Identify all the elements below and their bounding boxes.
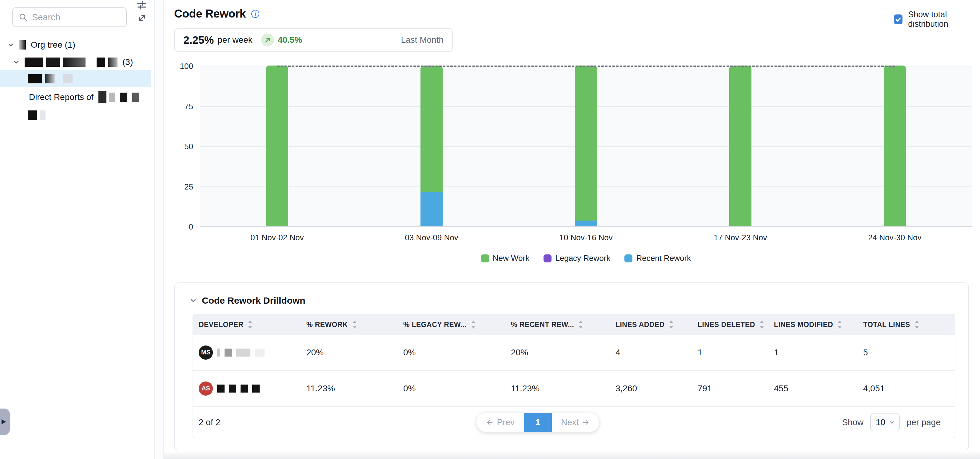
table-cell: 1 — [774, 347, 863, 357]
sort-icon[interactable] — [759, 320, 764, 329]
prev-button[interactable]: Prev — [476, 413, 524, 432]
bar-10 Nov-16 Nov[interactable] — [509, 66, 663, 226]
tree-item-label: Org tree (1) — [31, 40, 75, 50]
table-row[interactable]: MS20%0%20%4115 — [193, 335, 955, 371]
avatar: AS — [199, 381, 213, 395]
legend-label: New Work — [493, 253, 529, 263]
legend-swatch — [544, 254, 552, 262]
sort-icon[interactable] — [915, 320, 920, 329]
sort-icon[interactable] — [352, 320, 357, 329]
tree-item-team[interactable]: (3) — [13, 55, 133, 69]
sidebar-scroll-gutter — [156, 0, 164, 459]
page-size-select[interactable]: 10 — [870, 413, 900, 431]
filter-icon[interactable] — [137, 0, 147, 10]
legend-item-recent-rework[interactable]: Recent Rework — [624, 253, 691, 263]
page-size-control: Show 10 per page — [842, 413, 941, 431]
column-label: LINES DELETED — [698, 320, 755, 329]
column-label: % LEGACY REW... — [403, 320, 467, 329]
stat-unit: per week — [218, 35, 253, 45]
reference-line-100 — [277, 65, 895, 67]
expand-panel-icon[interactable] — [135, 11, 149, 25]
rework-chart: 0255075100 01 Nov-02 Nov03 Nov-09 Nov10 … — [174, 66, 972, 263]
next-button[interactable]: Next — [552, 413, 600, 432]
tree-item-user[interactable] — [28, 108, 46, 123]
sort-icon[interactable] — [578, 320, 583, 329]
checkbox-checked-icon[interactable] — [894, 14, 902, 24]
redacted-name — [25, 57, 118, 67]
chart-legend: New WorkLegacy ReworkRecent Rework — [200, 253, 972, 263]
column-header-rework[interactable]: % REWORK — [306, 320, 403, 329]
developer-cell: MS — [199, 346, 306, 360]
sort-icon[interactable] — [471, 320, 476, 329]
bar-segment-new-work[interactable] — [266, 65, 288, 226]
column-label: % RECENT REW... — [511, 320, 574, 329]
search-input[interactable] — [32, 12, 121, 22]
legend-swatch — [624, 254, 632, 262]
chart-plot[interactable] — [200, 66, 972, 227]
bar-24 Nov-30 Nov[interactable] — [818, 66, 972, 226]
stat-period: Last Month — [401, 35, 444, 45]
legend-item-new-work[interactable]: New Work — [481, 253, 529, 263]
column-header-total-lines[interactable]: TOTAL LINES — [863, 320, 955, 329]
chevron-down-icon[interactable] — [7, 41, 14, 48]
bottom-scroll-fade — [164, 451, 980, 459]
chevron-down-icon — [889, 420, 894, 425]
tree-item-org-root[interactable]: Org tree (1) — [7, 38, 75, 52]
bar-03 Nov-09 Nov[interactable] — [354, 66, 509, 226]
table-footer: 2 of 2 Prev 1 Next Show 10 per page — [193, 407, 955, 438]
page-1-button[interactable]: 1 — [524, 413, 552, 432]
sort-icon[interactable] — [837, 320, 842, 329]
column-header-lines-added[interactable]: LINES ADDED — [616, 320, 698, 329]
panel-collapse-handle[interactable] — [0, 408, 10, 435]
stat-delta: 40.5% — [278, 35, 302, 45]
y-tick-label: 0 — [189, 222, 193, 232]
bar-17 Nov-23 Nov[interactable] — [663, 66, 818, 226]
column-header-lines-modified[interactable]: LINES MODIFIED — [774, 320, 863, 329]
bar-segment-new-work[interactable] — [420, 65, 442, 192]
column-label: LINES MODIFIED — [774, 320, 833, 329]
redacted-name — [252, 384, 259, 392]
tree-item-label: Direct Reports of — [29, 92, 94, 102]
trend-up-icon — [261, 33, 274, 46]
sort-icon[interactable] — [669, 320, 674, 329]
search-box[interactable] — [12, 7, 127, 27]
chevron-down-icon[interactable] — [13, 59, 20, 65]
column-label: % REWORK — [306, 320, 348, 329]
column-header-legacy-rework[interactable]: % LEGACY REW... — [403, 320, 511, 329]
legend-item-legacy-rework[interactable]: Legacy Rework — [544, 253, 610, 263]
bar-01 Nov-02 Nov[interactable] — [200, 66, 354, 226]
bar-segment-recent-rework[interactable] — [420, 192, 442, 226]
play-icon — [0, 418, 7, 426]
y-tick-label: 50 — [184, 142, 193, 151]
drilldown-title: Code Rework Drilldown — [202, 295, 305, 306]
table-row[interactable]: AS11.23%0%11.23%3,2607914554,051 — [193, 371, 955, 407]
column-header-developer[interactable]: DEVELOPER — [199, 320, 306, 329]
pagination: Prev 1 Next — [476, 413, 599, 432]
legend-swatch — [481, 254, 489, 262]
toggle-label: Show total distribution — [908, 10, 980, 29]
stats-card: 2.25% per week 40.5% Last Month — [174, 28, 453, 52]
bar-segment-new-work[interactable] — [575, 65, 597, 221]
tree-item-selected[interactable] — [0, 70, 151, 88]
bar-segment-recent-rework[interactable] — [575, 221, 597, 226]
x-axis-labels: 01 Nov-02 Nov03 Nov-09 Nov10 Nov-16 Nov1… — [200, 227, 972, 242]
info-icon[interactable] — [251, 9, 260, 18]
tree-item-direct-reports[interactable]: Direct Reports of — [29, 90, 139, 105]
table-cell: 11.23% — [306, 384, 403, 394]
page-size-value: 10 — [876, 418, 885, 427]
tree-item-count: (3) — [123, 57, 133, 67]
table-cell: 1 — [698, 347, 774, 357]
chevron-down-icon[interactable] — [189, 297, 197, 304]
show-total-distribution-toggle[interactable]: Show total distribution — [894, 10, 980, 29]
sort-icon[interactable] — [248, 320, 253, 329]
drilldown-collapse-toggle[interactable]: Code Rework Drilldown — [189, 295, 305, 306]
prev-label: Prev — [497, 418, 515, 427]
y-tick-label: 75 — [184, 102, 193, 112]
column-header-lines-deleted[interactable]: LINES DELETED — [698, 320, 774, 329]
bar-segment-new-work[interactable] — [884, 65, 906, 226]
table-body: MS20%0%20%4115AS11.23%0%11.23%3,26079145… — [193, 335, 955, 407]
stat-value: 2.25% — [183, 34, 214, 46]
x-tick-label: 01 Nov-02 Nov — [200, 233, 354, 242]
column-header-recent-rework[interactable]: % RECENT REW... — [511, 320, 616, 329]
bar-segment-new-work[interactable] — [729, 65, 751, 226]
